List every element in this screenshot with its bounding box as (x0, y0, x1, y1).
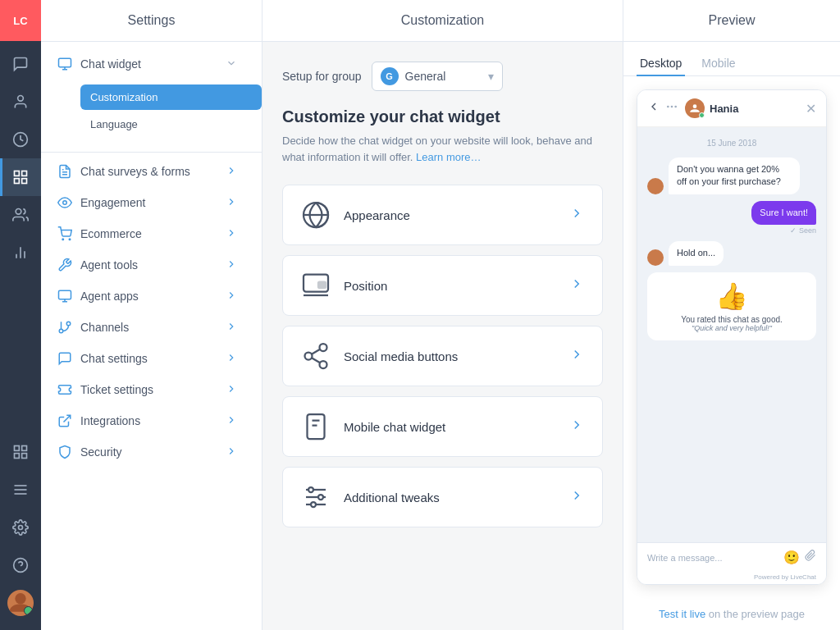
tab-desktop[interactable]: Desktop (637, 52, 685, 76)
settings-sidebar: Settings Chat widget Customization Langu… (41, 0, 262, 630)
rating-block: 👍 You rated this chat as good. "Quick an… (647, 272, 816, 340)
svg-rect-10 (15, 446, 20, 451)
chat-messages: 15 June 2018 Don't you wanna get 20% off… (637, 127, 826, 542)
chat-close-button[interactable]: ✕ (806, 101, 816, 116)
sidebar-item-engagement[interactable]: Engagement (41, 187, 262, 218)
ecommerce-icon (57, 226, 72, 241)
agent-apps-chevron (226, 290, 245, 304)
chat-more-button[interactable] (665, 100, 678, 116)
agent-apps-label: Agent apps (80, 290, 139, 303)
main-header: Customization (262, 0, 623, 42)
agent-msg-avatar (647, 178, 664, 194)
ticket-settings-icon (57, 382, 72, 397)
test-it-live-link[interactable]: Test it live (659, 608, 705, 620)
mobile-chat-icon (301, 412, 331, 441)
agent-msg-avatar-2 (647, 249, 664, 266)
learn-more-link[interactable]: Learn more… (416, 151, 481, 163)
emoji-icon[interactable]: 🙂 (783, 550, 800, 565)
nav-gear[interactable] (0, 509, 41, 546)
chat-widget-preview: Hania ✕ 15 June 2018 Don't you wanna get… (637, 89, 827, 585)
svg-rect-36 (318, 282, 326, 289)
social-media-arrow-icon (569, 347, 584, 365)
setup-label: Setup for group (282, 70, 362, 83)
preview-panel: Preview Desktop Mobile Hania ✕ 15 (623, 0, 840, 630)
svg-rect-5 (15, 179, 20, 184)
agent-tools-label: Agent tools (80, 258, 138, 272)
chat-settings-label: Chat settings (80, 352, 148, 365)
sidebar-divider-1 (41, 152, 262, 153)
social-media-label: Social media buttons (344, 349, 458, 363)
submenu-language[interactable]: Language (80, 112, 262, 137)
user-avatar[interactable] (7, 590, 34, 616)
svg-line-41 (312, 358, 320, 363)
nav-menu[interactable] (0, 471, 41, 509)
svg-point-40 (320, 361, 327, 368)
svg-rect-4 (22, 179, 27, 184)
sidebar-item-ecommerce[interactable]: Ecommerce (41, 218, 262, 249)
nav-chat[interactable] (0, 45, 41, 83)
svg-rect-43 (308, 414, 325, 439)
nav-team[interactable] (0, 196, 41, 234)
chat-widget-section: Chat widget Customization Language (41, 42, 262, 148)
position-label: Position (344, 279, 387, 293)
seen-status: ✓ Seen (751, 226, 816, 235)
additional-tweaks-card[interactable]: Additional tweaks (282, 467, 603, 527)
svg-line-42 (312, 349, 320, 354)
svg-rect-2 (15, 171, 20, 176)
channels-label: Channels (80, 321, 129, 334)
group-selector[interactable]: G General ▾ (372, 62, 503, 91)
sidebar-item-channels[interactable]: Channels (41, 312, 262, 343)
mobile-chat-arrow-icon (569, 418, 584, 436)
nav-settings[interactable] (0, 158, 41, 196)
chat-widget-caret (226, 57, 245, 71)
outgoing-message-container: Sure I want! ✓ Seen (751, 201, 816, 235)
nav-help[interactable] (0, 546, 41, 584)
settings-title: Settings (41, 0, 262, 42)
appearance-card[interactable]: Appearance (282, 185, 603, 245)
submenu-customization[interactable]: Customization (80, 84, 262, 110)
agent-name: Hania (685, 98, 806, 118)
chat-back-button[interactable] (647, 100, 660, 116)
nav-analytics[interactable] (0, 234, 41, 272)
appearance-icon (301, 200, 331, 230)
svg-point-6 (16, 209, 21, 215)
svg-rect-11 (22, 446, 27, 451)
integrations-label: Integrations (80, 414, 140, 427)
chat-surveys-chevron (226, 165, 245, 179)
message-bubble-outgoing-1: Sure I want! (751, 201, 816, 225)
channels-icon (57, 320, 72, 335)
app-logo[interactable]: LC (0, 0, 41, 41)
svg-point-31 (66, 322, 71, 326)
sidebar-item-agent-tools[interactable]: Agent tools (41, 249, 262, 281)
nav-reports[interactable] (0, 121, 41, 158)
chat-input-placeholder[interactable]: Write a message... (647, 553, 783, 563)
sidebar-item-security[interactable]: Security (41, 436, 262, 468)
mobile-chat-card[interactable]: Mobile chat widget (282, 396, 603, 457)
social-media-icon (301, 341, 331, 371)
agent-avatar (685, 98, 705, 118)
position-card[interactable]: Position (282, 255, 603, 316)
ticket-settings-label: Ticket settings (80, 383, 153, 396)
social-media-card[interactable]: Social media buttons (282, 326, 603, 386)
sidebar-item-integrations[interactable]: Integrations (41, 405, 262, 436)
nav-avatar[interactable] (0, 584, 41, 622)
rating-text: You rated this chat as good. (655, 315, 808, 324)
chat-widget-header[interactable]: Chat widget (41, 48, 262, 80)
chat-surveys-icon (57, 164, 72, 179)
chat-surveys-label: Chat surveys & forms (80, 165, 190, 178)
svg-point-24 (63, 201, 67, 205)
appearance-label: Appearance (344, 208, 410, 222)
sidebar-item-chat-surveys[interactable]: Chat surveys & forms (41, 156, 262, 187)
additional-tweaks-label: Additional tweaks (344, 491, 440, 504)
nav-contacts[interactable] (0, 83, 41, 121)
sidebar-item-agent-apps[interactable]: Agent apps (41, 281, 262, 312)
svg-point-0 (18, 96, 24, 102)
sidebar-item-ticket-settings[interactable]: Ticket settings (41, 374, 262, 405)
nav-grid[interactable] (0, 433, 41, 471)
engagement-icon (57, 195, 72, 210)
tab-mobile[interactable]: Mobile (698, 52, 738, 76)
sidebar-item-chat-settings[interactable]: Chat settings (41, 343, 262, 374)
attach-icon[interactable] (805, 550, 816, 565)
message-bubble-incoming-1: Don't you wanna get 20% off on your firs… (669, 158, 800, 194)
agent-tools-icon (57, 258, 72, 272)
